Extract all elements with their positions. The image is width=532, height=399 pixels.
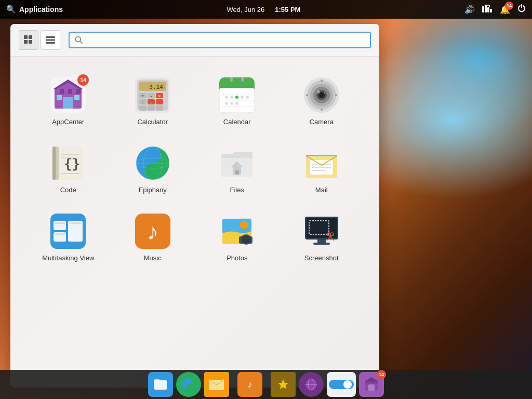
svg-rect-24 [63, 97, 73, 109]
app-epiphany[interactable]: Epiphany [111, 135, 195, 203]
svg-point-137 [187, 380, 190, 383]
taskbar-toggle[interactable] [327, 372, 356, 397]
svg-line-14 [80, 41, 82, 43]
app-files[interactable]: Files [195, 135, 280, 203]
applications-menu[interactable]: 🔍 Applications [6, 5, 63, 14]
svg-point-74 [335, 94, 337, 96]
volume-icon[interactable]: 🔊 [464, 5, 475, 15]
svg-rect-3 [490, 9, 492, 12]
svg-rect-46 [156, 105, 163, 111]
calculator-label: Calculator [137, 118, 168, 126]
taskbar-music[interactable]: ♪ [237, 372, 262, 397]
date-display: Wed, Jun 26 [227, 6, 265, 14]
taskbar-star[interactable] [271, 372, 296, 397]
app-camera[interactable]: Camera [280, 67, 364, 135]
app-calendar[interactable]: Calendar [195, 67, 280, 135]
power-icon[interactable] [517, 4, 526, 15]
svg-text:÷: ÷ [141, 100, 144, 105]
svg-point-56 [230, 96, 233, 99]
svg-rect-43 [156, 99, 163, 104]
svg-text:♪: ♪ [147, 219, 158, 245]
taskbar-globe[interactable] [299, 372, 324, 397]
svg-point-85 [149, 151, 156, 158]
svg-point-58 [241, 96, 244, 99]
svg-rect-26 [74, 95, 79, 100]
app-calculator[interactable]: 3.14 + - × ÷ = [111, 67, 195, 135]
svg-point-59 [246, 96, 249, 99]
svg-rect-108 [55, 225, 62, 226]
svg-point-118 [240, 221, 248, 229]
topbar-right: 🔊 🔔 14 [464, 4, 526, 15]
svg-point-147 [343, 380, 352, 389]
svg-text:♪: ♪ [248, 379, 252, 390]
music-icon: ♪ [134, 212, 171, 250]
code-label: Code [60, 186, 76, 194]
svg-rect-107 [69, 222, 82, 224]
search-icon: 🔍 [6, 5, 16, 14]
photos-label: Photos [227, 254, 247, 262]
appcenter-icon: 14 [49, 76, 87, 114]
files-label: Files [230, 186, 244, 194]
svg-rect-79 [52, 147, 56, 180]
svg-text:-: - [150, 94, 152, 99]
time-display: 1:55 PM [275, 6, 300, 14]
svg-rect-11 [46, 39, 55, 41]
taskbar: ♪ 14 [0, 370, 532, 399]
screenshot-label: Screenshot [304, 254, 339, 262]
taskbar-mail[interactable] [204, 372, 229, 397]
svg-rect-106 [55, 233, 65, 235]
svg-marker-150 [365, 377, 378, 381]
taskbar-appcenter-badge: 14 [377, 370, 386, 379]
search-bar [10, 24, 379, 57]
topbar: 🔍 Applications Wed, Jun 26 1:55 PM 🔊 🔔 1… [0, 0, 532, 19]
svg-rect-9 [29, 40, 32, 44]
code-icon: {} [49, 144, 87, 182]
svg-rect-51 [220, 109, 254, 112]
network-icon[interactable] [482, 4, 493, 15]
app-code[interactable]: {} Code [26, 135, 111, 203]
search-input-wrapper[interactable] [69, 32, 371, 48]
mail-label: Mail [315, 186, 328, 194]
svg-rect-7 [29, 35, 32, 39]
svg-point-76 [306, 94, 308, 96]
app-photos[interactable]: Photos [195, 203, 280, 271]
grid-view-button[interactable] [19, 30, 38, 50]
svg-point-73 [321, 79, 323, 82]
taskbar-appcenter[interactable]: 14 [359, 372, 384, 397]
app-appcenter[interactable]: 14 [26, 67, 111, 135]
app-music[interactable]: ♪ Music [111, 203, 195, 271]
photos-icon [218, 212, 256, 250]
svg-rect-8 [24, 40, 28, 44]
epiphany-icon [134, 144, 171, 182]
multitasking-label: Multitasking View [42, 254, 94, 262]
svg-rect-12 [46, 42, 55, 44]
svg-rect-45 [148, 105, 155, 111]
svg-rect-109 [55, 236, 62, 237]
epiphany-label: Epiphany [139, 186, 167, 194]
svg-point-86 [149, 168, 156, 175]
svg-point-55 [225, 96, 228, 99]
svg-text:+: + [141, 94, 144, 99]
svg-text:=: = [150, 100, 152, 105]
taskbar-files[interactable] [148, 372, 173, 397]
calendar-icon [218, 76, 256, 114]
appcenter-label: AppCenter [52, 118, 84, 126]
app-multitasking[interactable]: Multitasking View [26, 203, 111, 271]
list-view-button[interactable] [41, 30, 60, 50]
app-screenshot[interactable]: Screenshot [280, 203, 364, 271]
svg-rect-111 [69, 227, 76, 228]
svg-rect-105 [55, 222, 65, 224]
svg-point-61 [230, 102, 233, 105]
search-input[interactable] [86, 36, 365, 44]
svg-point-60 [225, 102, 228, 105]
svg-rect-2 [487, 7, 489, 12]
svg-text:×: × [158, 94, 161, 99]
svg-point-75 [321, 109, 323, 111]
notification-icon[interactable]: 🔔 14 [500, 5, 510, 15]
taskbar-epiphany[interactable] [176, 372, 201, 397]
calendar-label: Calendar [223, 118, 251, 126]
svg-rect-135 [154, 379, 159, 381]
svg-rect-10 [46, 36, 55, 38]
svg-rect-110 [69, 225, 78, 226]
app-mail[interactable]: Mail [280, 135, 364, 203]
